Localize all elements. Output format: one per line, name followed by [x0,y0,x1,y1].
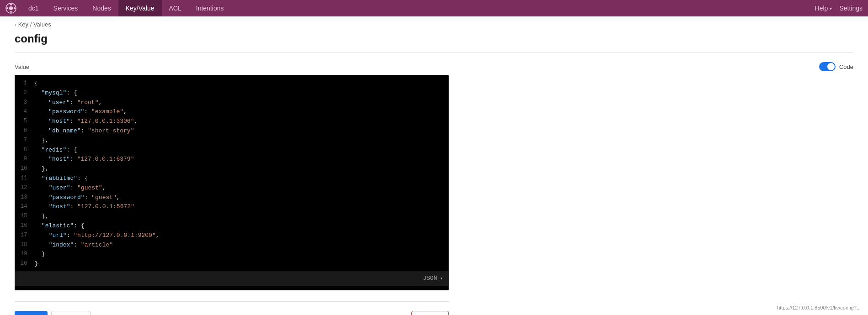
code-line: 19 } [15,250,448,259]
page-content: config Value Code 1{2 "mysql": {3 "user"… [0,32,868,315]
footer-url: https://127.0.0.1:8500/v1/kv/config?... [777,305,861,310]
code-line: 3 "user": "root", [15,98,448,108]
consul-logo-icon [5,3,16,14]
svg-point-5 [14,7,16,9]
breadcrumb-back-link[interactable]: ‹ Key / Values [15,21,51,28]
svg-point-1 [9,6,13,10]
value-label: Value [15,63,29,70]
breadcrumb-arrow-icon: ‹ [15,22,16,27]
cancel-button[interactable]: Cancel [51,311,91,315]
nav-settings-button[interactable]: Settings [839,5,863,12]
nav-items: Services Nodes Key/Value ACL Intentions [46,0,815,16]
nav-right: Help ▾ Settings [815,5,863,12]
nav-item-intentions[interactable]: Intentions [189,0,231,16]
code-line: 11 "rabbitmq": { [15,174,448,184]
value-header: Value Code [15,62,853,71]
code-line: 6 "db_name": "short_story" [15,126,448,136]
code-line: 5 "host": "127.0.0.1:3306", [15,117,448,126]
code-line: 2 "mysql": { [15,89,448,98]
code-line: 18 "index": "article" [15,241,448,250]
nav-help-button[interactable]: Help ▾ [815,5,832,12]
svg-point-2 [10,4,12,5]
top-nav: dc1 Services Nodes Key/Value ACL Intenti… [0,0,868,16]
code-line: 10 }, [15,164,448,174]
code-mode-dropdown-icon[interactable]: ▾ [440,275,443,283]
code-mode-label: JSON [423,274,437,284]
nav-item-services[interactable]: Services [46,0,85,16]
svg-point-4 [6,7,8,9]
nav-dc1[interactable]: dc1 [21,0,46,16]
svg-point-3 [10,11,12,13]
code-line: 12 "user": "guest", [15,184,448,193]
code-line: 20} [15,259,448,269]
code-line: 17 "url": "http://127.0.0.1:9200", [15,231,448,241]
nav-item-nodes[interactable]: Nodes [85,0,118,16]
nav-item-keyvalue[interactable]: Key/Value [118,0,162,16]
code-toggle-switch[interactable] [819,62,836,71]
code-line: 14 "host": "127.0.0.1:5672" [15,202,448,212]
code-toggle-group: Code [819,62,853,71]
action-bar: Save Cancel Delete [15,311,449,315]
code-line: 4 "password": "example", [15,107,448,117]
delete-button[interactable]: Delete [411,311,449,315]
breadcrumb: ‹ Key / Values [0,16,868,32]
nav-item-acl[interactable]: ACL [162,0,189,16]
chevron-down-icon: ▾ [830,6,832,11]
save-button[interactable]: Save [15,311,48,315]
code-line: 1{ [15,79,448,89]
toggle-thumb [827,63,835,70]
toggle-track [819,62,836,71]
code-editor[interactable]: 1{2 "mysql": {3 "user": "root",4 "passwo… [15,75,449,290]
bottom-divider [15,301,449,302]
action-left: Save Cancel [15,311,91,315]
code-line: 9 "host": "127.0.0.1:6379" [15,155,448,164]
code-line: 15 }, [15,212,448,221]
title-divider [15,52,853,53]
page-title: config [15,32,853,45]
code-footer: JSON ▾ [15,271,448,286]
code-toggle-label: Code [839,63,853,70]
code-line: 8 "redis": { [15,146,448,155]
code-lines: 1{2 "mysql": {3 "user": "root",4 "passwo… [15,79,448,269]
code-line: 16 "elastic": { [15,221,448,231]
code-line: 13 "password": "guest", [15,193,448,203]
code-line: 7 }, [15,136,448,146]
